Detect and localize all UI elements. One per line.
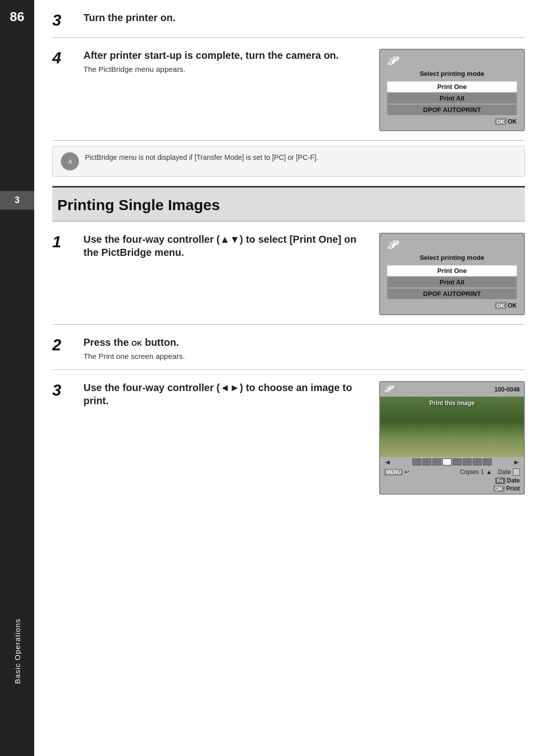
- film-cell-8: [483, 458, 492, 465]
- lcd-item-1-2: DPOF AUTOPRINT: [387, 105, 517, 115]
- step-4-screen: 𝒫 Select printing mode Print One Print A…: [379, 49, 525, 131]
- lcd-logo-2: 𝒫: [387, 239, 517, 252]
- lcd-ok-badge-2: OK: [495, 302, 507, 309]
- step-3-title: Turn the printer on.: [83, 11, 525, 24]
- menu-icon: ↩: [404, 468, 409, 476]
- lcd-ok-row-2: OK OK: [387, 302, 517, 309]
- film-cell-7: [473, 458, 482, 465]
- step-4-title: After printer start-up is complete, turn…: [83, 49, 367, 62]
- step-1-bottom-content: Use the four-way controller (▲▼) to sele…: [83, 233, 367, 262]
- step-1-bottom: 1 Use the four-way controller (▲▼) to se…: [52, 222, 525, 325]
- caution-icon-label: ⚠: [68, 159, 72, 164]
- lcd-bottom-row: MENU ↩ Copies 1 ▲ Date: [380, 467, 524, 477]
- fn-badge: Fn: [495, 478, 505, 484]
- lcd-item-2-2: DPOF AUTOPRINT: [387, 289, 517, 299]
- film-cell-4: [442, 458, 451, 465]
- lcd-image-area: Print this image: [380, 397, 524, 457]
- filmstrip: [412, 458, 492, 465]
- lcd-ok-row-1: OK OK: [387, 118, 517, 125]
- step-2-bottom-title: Press the OK button.: [83, 336, 525, 349]
- film-cell-5: [452, 458, 462, 465]
- fn-value: Date: [507, 477, 520, 484]
- step-3-bottom-content: Use the four-way controller (◄►) to choo…: [83, 381, 367, 410]
- menu-badge: MENU: [384, 469, 403, 476]
- step-number-2-bottom: 2: [52, 337, 71, 353]
- lcd-item-2-0: Print One: [387, 265, 517, 276]
- step-3-content: Turn the printer on.: [83, 11, 525, 27]
- lcd-ok-text-2: OK: [508, 302, 517, 309]
- film-cell-2: [422, 458, 431, 465]
- step-1-bottom-title: Use the four-way controller (▲▼) to sele…: [83, 233, 367, 259]
- lcd-top-bar: 𝒫 100-0046: [380, 382, 524, 397]
- ok-value: Print: [506, 485, 520, 492]
- step-1-bottom-screen: 𝒫 Select printing mode Print One Print A…: [379, 233, 525, 315]
- lcd-item-2-1: Print All: [387, 277, 517, 288]
- copies-value: 1: [481, 468, 484, 476]
- step-3-top: 3 Turn the printer on.: [52, 0, 525, 38]
- step-2-bottom-desc: The Print one screen appears.: [83, 352, 525, 360]
- date-label: Date: [498, 468, 511, 476]
- lcd-logo-1: 𝒫: [387, 55, 517, 68]
- lcd-item-1-1: Print All: [387, 93, 517, 104]
- caution-icon: ⚠: [61, 152, 79, 170]
- nav-right-arrow: ►: [513, 458, 520, 466]
- lcd-logo-3: 𝒫: [384, 384, 391, 395]
- sidebar-label: Basic Operations: [13, 618, 22, 684]
- date-checkbox: [513, 468, 520, 476]
- step-4-desc: The PictBridge menu appears.: [83, 65, 367, 73]
- lcd-fn-ok-row: Fn Date OK Print: [380, 477, 524, 494]
- step-4-content: After printer start-up is complete, turn…: [83, 49, 367, 73]
- film-cell-6: [463, 458, 472, 465]
- lcd-screen-1: 𝒫 Select printing mode Print One Print A…: [379, 49, 525, 131]
- ok-badge-img: OK: [493, 486, 505, 492]
- nav-left-arrow: ◄: [384, 458, 391, 466]
- step-2-bottom-content: Press the OK button. The Print one scree…: [83, 336, 525, 360]
- step-3-bottom: 3 Use the four-way controller (◄►) to ch…: [52, 370, 525, 504]
- section-title: Printing Single Images: [57, 197, 220, 213]
- lcd-title-2: Select printing mode: [387, 254, 517, 261]
- copies-row: Copies 1 ▲ Date: [460, 468, 520, 476]
- ok-row: OK Print: [493, 485, 520, 492]
- lcd-screen-2: 𝒫 Select printing mode Print One Print A…: [379, 233, 525, 315]
- film-cell-1: [412, 458, 421, 465]
- step-number-3-top: 3: [52, 12, 71, 28]
- lcd-image-screen: 𝒫 100-0046 Print this image ◄: [379, 381, 525, 495]
- page-number: 86: [10, 0, 25, 25]
- sidebar: 86 3 Basic Operations: [0, 0, 34, 756]
- film-cell-3: [432, 458, 441, 465]
- lcd-ok-text-1: OK: [508, 118, 517, 125]
- fn-row: Fn Date: [495, 477, 520, 484]
- menu-row: MENU ↩: [384, 468, 409, 476]
- step-number-4: 4: [52, 50, 71, 66]
- main-content: 3 Turn the printer on. 4 After printer s…: [34, 0, 543, 524]
- chapter-badge: 3: [0, 191, 34, 210]
- lcd-title-1: Select printing mode: [387, 70, 517, 77]
- caution-box: ⚠ PictBridge menu is not displayed if [T…: [52, 146, 525, 177]
- step-4-top: 4 After printer start-up is complete, tu…: [52, 38, 525, 141]
- lcd-item-1-0: Print One: [387, 81, 517, 92]
- step-3-bottom-screen: 𝒫 100-0046 Print this image ◄: [379, 381, 525, 495]
- lcd-nav-row: ◄ ►: [380, 457, 524, 467]
- lcd-ok-badge-1: OK: [495, 118, 507, 125]
- step-number-3-bottom: 3: [52, 382, 71, 398]
- file-number: 100-0046: [494, 386, 520, 393]
- section-heading: Printing Single Images: [52, 186, 525, 222]
- copies-label: Copies: [460, 468, 479, 476]
- caution-text: PictBridge menu is not displayed if [Tra…: [85, 152, 318, 163]
- up-arrow-copies: ▲: [486, 468, 492, 476]
- step-3-bottom-title: Use the four-way controller (◄►) to choo…: [83, 381, 367, 407]
- step-number-1-bottom: 1: [52, 234, 71, 250]
- print-text: Print this image: [429, 400, 475, 407]
- step-2-bottom: 2 Press the OK button. The Print one scr…: [52, 325, 525, 370]
- fn-ok-right: Fn Date OK Print: [493, 477, 520, 492]
